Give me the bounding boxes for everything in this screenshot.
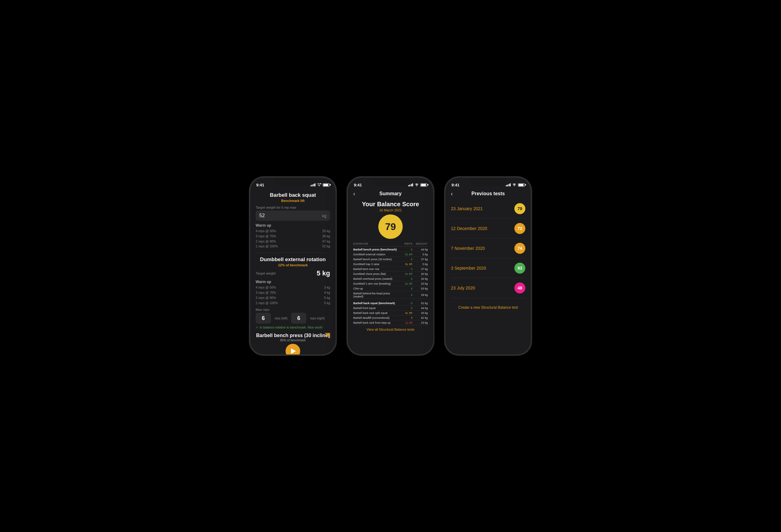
weight-value: 44 kg [412,306,428,310]
signal-icon-2 [408,183,413,187]
p1-weight-value: 52 [259,213,265,218]
warmup-row: 4 reps @ 50%3 kg [256,285,330,290]
table-row: Dumbbell 1-arm row (kneeling) 6L 6R 20 k… [353,281,428,286]
p2-view-all-link[interactable]: View all Structural Balance tests [353,328,428,331]
reps-value: 6 [399,258,412,261]
play-button[interactable] [286,344,300,355]
p3-create-link[interactable]: Create a new Structural Balance test [451,305,525,310]
p2-score-date: 16 March 2021 [353,208,428,212]
exercise-name: Chin-up [353,287,399,290]
p1-reps-row: 6 reps (left) 6 reps (right) [256,313,330,324]
p1-warmup-title: Warm up [256,223,330,228]
status-bar-2: 9:41 [348,177,433,189]
weight-value: 37 kg [412,258,428,261]
weight-value: 37 kg [412,268,428,271]
exercise-name: Barbell overhead press (seated) [353,277,399,280]
phone-2-content: ‹ Summary Your Balance Score 16 March 20… [348,189,433,355]
battery-icon-1 [323,183,329,187]
signal-icon-1 [311,183,316,187]
p1-warmup2-rows: 4 reps @ 50%3 kg3 reps @ 70%4 kg2 reps @… [256,285,330,305]
p3-back-button[interactable]: ‹ [451,191,453,197]
table-row: Dumbbell chest press (flat) 6L 6R 20 kg [353,272,428,276]
status-bar-1: 9:41 [250,177,336,189]
exercise-name: Barbell bench press (benchmark) [353,248,399,251]
p1-max-reps-label: Max reps [256,308,330,312]
list-item[interactable]: 23 January 2021 79 [451,199,525,219]
p1-weight-input[interactable]: 52 kg [256,210,330,221]
phone-3-screen: 9:41 ‹ Previous tests 23 January 2 [445,177,531,355]
signal-icon-3 [506,183,511,187]
time-1: 9:41 [256,183,264,187]
table-row: Barbell behind-the-head press (seated) 6… [353,291,428,299]
reps-value: 6 [399,248,412,251]
p1-next-sub: 85% of benchmark [256,339,330,342]
table-row: Barbell back squat (benchmark) 6 52 kg [353,301,428,305]
exercise-name: Barbell bent over row [353,268,399,271]
weight-value: 44 kg [412,248,428,251]
exercise-name: Barbell bench press (30 incline) [353,258,399,261]
score-badge: 93 [515,263,525,274]
battery-icon-2 [420,183,427,187]
p2-back-button[interactable]: ‹ [353,191,355,197]
exercise-name: Dumbbell external rotation [353,253,399,256]
reps-value: 6 [399,277,412,280]
reps-value: 6 [399,287,412,290]
table-row: Barbell overhead press (seated) 6 32 kg [353,276,428,281]
warmup-row: 4 reps @ 50%26 kg [256,229,330,234]
p1-rep-left[interactable]: 6 [256,313,271,324]
status-icons-2 [408,183,427,187]
p1-ex2-sub: 12% of benchmark [256,263,330,267]
status-bar-3: 9:41 [445,177,531,189]
p1-next-title: Barbell bench press (30 incline) [256,333,330,338]
exercise-name: Barbell back rack split squat [353,312,399,315]
phone-1-content: Barbell back squat Benchmark lift Target… [250,189,336,355]
phone-1-screen: 9:41 Barbell back squat Benchmark lift T… [250,177,336,355]
table-row: Chin-up 6 53 kg [353,286,428,291]
list-item[interactable]: 12 December 2020 72 [451,219,525,239]
status-icons-1 [311,183,330,187]
weight-value: 20 kg [412,282,428,285]
list-item[interactable]: 3 September 2020 93 [451,258,525,278]
p2-rows: Barbell bench press (benchmark) 6 44 kg … [353,247,428,325]
table-row: Barbell bench press (benchmark) 6 44 kg [353,247,428,252]
table-row: Barbell deadlift (conventional) 9 62 kg [353,316,428,320]
list-item[interactable]: 23 July 2020 48 [451,278,525,298]
reps-value: 6L 9R [399,312,412,315]
phone-1: 9:41 Barbell back squat Benchmark lift T… [250,177,336,355]
exercise-name: Barbell deadlift (conventional) [353,316,399,319]
test-date: 12 December 2020 [451,226,487,231]
time-2: 9:41 [354,183,362,187]
p1-rep-left-label: reps (left) [275,317,287,320]
p1-rep-right-label: reps (right) [310,317,325,320]
p3-list: 23 January 2021 79 12 December 2020 72 7… [451,199,525,298]
weight-value: 23 kg [412,321,428,324]
score-badge: 48 [515,283,525,293]
warmup-row: 2 reps @ 90%5 kg [256,295,330,300]
exercise-name: Barbell back rack front step-up [353,321,399,324]
p3-header-title: Previous tests [471,191,505,197]
table-row: Barbell front squat 6 44 kg [353,305,428,311]
p1-rep-right[interactable]: 6 [291,313,306,324]
reps-value: 6 [399,293,412,296]
p1-target2-row: Target weight 5 kg [256,269,330,277]
warmup-row: 3 reps @ 70%4 kg [256,290,330,295]
p1-ex2-title: Dumbbell external rotation [256,256,330,263]
reps-value: 1L 2R [399,321,412,324]
score-badge: 79 [515,203,525,214]
reps-value: 6 [399,306,412,310]
reps-value: 6 [399,302,412,305]
warmup-row: 3 reps @ 70%36 kg [256,234,330,239]
table-row: Barbell bench press (30 incline) 6 37 kg [353,257,428,262]
battery-icon-3 [518,183,525,187]
test-date: 23 July 2020 [451,286,475,290]
exercise-name: Dumbbell 1-arm row (kneeling) [353,282,399,285]
weight-value: 29 kg [412,293,428,296]
reps-value: 9L 9R [399,263,412,266]
reps-value: 6 [399,268,412,271]
weight-value: 20 kg [412,273,428,276]
list-item[interactable]: 7 November 2020 74 [451,239,525,258]
test-date: 23 January 2021 [451,206,483,211]
wifi-icon-1 [317,183,321,187]
p1-warmup2-title: Warm up [256,280,330,284]
p2-score-title: Your Balance Score [353,201,428,208]
